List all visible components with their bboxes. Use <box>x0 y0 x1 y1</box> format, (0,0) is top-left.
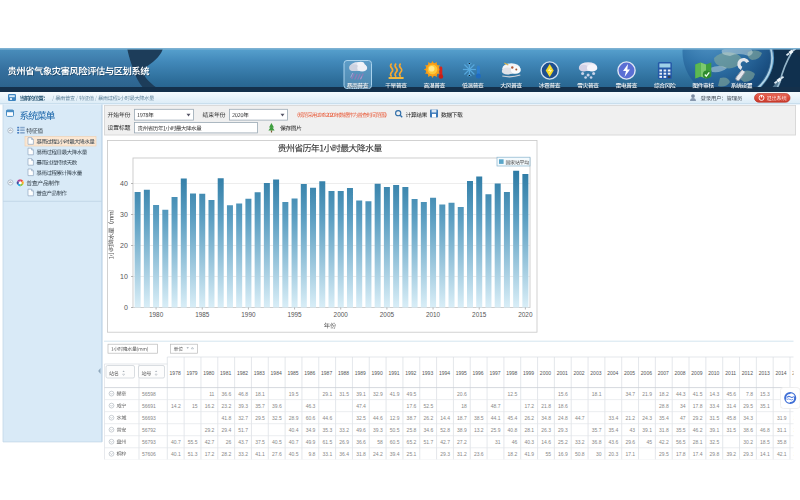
svg-text:24.2: 24.2 <box>373 451 383 457</box>
svg-text:34.8: 34.8 <box>541 415 551 421</box>
svg-text:2009: 2009 <box>691 370 702 376</box>
svg-text:49.5: 49.5 <box>407 391 417 397</box>
svg-text:2002: 2002 <box>574 370 585 376</box>
svg-text:27.2: 27.2 <box>457 439 467 445</box>
svg-text:10: 10 <box>120 273 128 280</box>
svg-text:32.5: 32.5 <box>356 415 366 421</box>
svg-text:18.5: 18.5 <box>760 439 770 445</box>
svg-text:33.4: 33.4 <box>710 403 720 409</box>
svg-text:42.7: 42.7 <box>440 439 450 445</box>
svg-text:24.3: 24.3 <box>642 415 652 421</box>
svg-text:18: 18 <box>461 403 467 409</box>
svg-text:31.5: 31.5 <box>726 427 736 433</box>
svg-text:1985: 1985 <box>287 370 298 376</box>
svg-text:42.2: 42.2 <box>659 439 669 445</box>
svg-text:1979: 1979 <box>186 370 197 376</box>
svg-text:47.4: 47.4 <box>356 403 366 409</box>
svg-text:34.7: 34.7 <box>625 391 635 397</box>
svg-text:29.5: 29.5 <box>659 451 669 457</box>
svg-text:30: 30 <box>120 211 128 218</box>
svg-text:29.4: 29.4 <box>221 427 231 433</box>
svg-text:49.6: 49.6 <box>356 427 366 433</box>
svg-text:40: 40 <box>120 180 128 187</box>
svg-text:50.8: 50.8 <box>575 451 585 457</box>
svg-text:33.2: 33.2 <box>575 439 585 445</box>
svg-text:24.8: 24.8 <box>558 415 568 421</box>
svg-text:1996: 1996 <box>473 370 484 376</box>
svg-text:46.2: 46.2 <box>693 427 703 433</box>
svg-text:17.1: 17.1 <box>625 451 635 457</box>
svg-text:31.8: 31.8 <box>356 451 366 457</box>
svg-text:1990: 1990 <box>372 370 383 376</box>
svg-text:1988: 1988 <box>338 370 349 376</box>
svg-text:1978: 1978 <box>170 370 181 376</box>
svg-text:21.8: 21.8 <box>541 403 551 409</box>
svg-text:16.2: 16.2 <box>205 403 215 409</box>
svg-text:25.1: 25.1 <box>407 451 417 457</box>
svg-text:29.6: 29.6 <box>625 439 635 445</box>
svg-text:33.4: 33.4 <box>794 439 800 445</box>
svg-text:46.8: 46.8 <box>238 391 248 397</box>
svg-text:16.9: 16.9 <box>558 451 568 457</box>
svg-text:29.2: 29.2 <box>693 415 703 421</box>
svg-text:15.6: 15.6 <box>558 391 568 397</box>
svg-text:39.1: 39.1 <box>710 427 720 433</box>
svg-text:2004: 2004 <box>607 370 618 376</box>
svg-text:39.6: 39.6 <box>272 403 282 409</box>
svg-text:1981: 1981 <box>220 370 231 376</box>
svg-text:33.1: 33.1 <box>322 451 332 457</box>
svg-text:39.2: 39.2 <box>726 451 736 457</box>
svg-text:33.2: 33.2 <box>339 427 349 433</box>
svg-text:40.7: 40.7 <box>171 439 181 445</box>
svg-text:61.5: 61.5 <box>322 439 332 445</box>
svg-text:31.1: 31.1 <box>777 427 787 433</box>
svg-text:41.1: 41.1 <box>255 451 265 457</box>
svg-text:50.5: 50.5 <box>390 427 400 433</box>
svg-text:51.7: 51.7 <box>423 439 433 445</box>
svg-text:49.9: 49.9 <box>306 439 316 445</box>
svg-text:35.8: 35.8 <box>777 439 787 445</box>
svg-text:52.5: 52.5 <box>423 403 433 409</box>
svg-text:17.8: 17.8 <box>693 403 703 409</box>
svg-text:39.1: 39.1 <box>642 427 652 433</box>
svg-text:2010: 2010 <box>426 311 441 318</box>
svg-text:35.5: 35.5 <box>676 427 686 433</box>
svg-text:60.5: 60.5 <box>390 439 400 445</box>
svg-text:55: 55 <box>545 451 551 457</box>
svg-text:40.3: 40.3 <box>524 439 534 445</box>
svg-text:35.7: 35.7 <box>255 403 265 409</box>
svg-text:18.6: 18.6 <box>558 403 568 409</box>
svg-text:38.7: 38.7 <box>407 415 417 421</box>
svg-text:39.1: 39.1 <box>356 391 366 397</box>
svg-text:40.7: 40.7 <box>289 439 299 445</box>
svg-text:46.3: 46.3 <box>306 403 316 409</box>
svg-text:26.9: 26.9 <box>339 439 349 445</box>
svg-text:43: 43 <box>630 427 636 433</box>
svg-text:42.1: 42.1 <box>777 451 787 457</box>
svg-text:29.2: 29.2 <box>205 427 215 433</box>
svg-text:35.4: 35.4 <box>659 415 669 421</box>
svg-text:44.1: 44.1 <box>491 415 501 421</box>
svg-text:39.3: 39.3 <box>373 427 383 433</box>
svg-text:35.4: 35.4 <box>609 427 619 433</box>
svg-text:36.6: 36.6 <box>356 439 366 445</box>
svg-text:44.3: 44.3 <box>676 391 686 397</box>
svg-text:65.2: 65.2 <box>407 439 417 445</box>
svg-text:2001: 2001 <box>557 370 568 376</box>
svg-text:2012: 2012 <box>742 370 753 376</box>
svg-text:2007: 2007 <box>658 370 669 376</box>
svg-text:30: 30 <box>596 451 602 457</box>
svg-text:44.6: 44.6 <box>322 415 332 421</box>
svg-text:1997: 1997 <box>489 370 500 376</box>
svg-text:14.2: 14.2 <box>171 403 181 409</box>
svg-text:1980: 1980 <box>149 311 164 318</box>
svg-text:21.9: 21.9 <box>642 391 652 397</box>
svg-text:17.2: 17.2 <box>205 451 215 457</box>
svg-text:18.1: 18.1 <box>255 391 265 397</box>
svg-text:33.4: 33.4 <box>609 415 619 421</box>
svg-text:1994: 1994 <box>439 370 450 376</box>
svg-text:2013: 2013 <box>759 370 770 376</box>
svg-text:35.1: 35.1 <box>760 403 770 409</box>
svg-text:2020: 2020 <box>518 311 533 318</box>
svg-text:28.6: 28.6 <box>794 427 800 433</box>
